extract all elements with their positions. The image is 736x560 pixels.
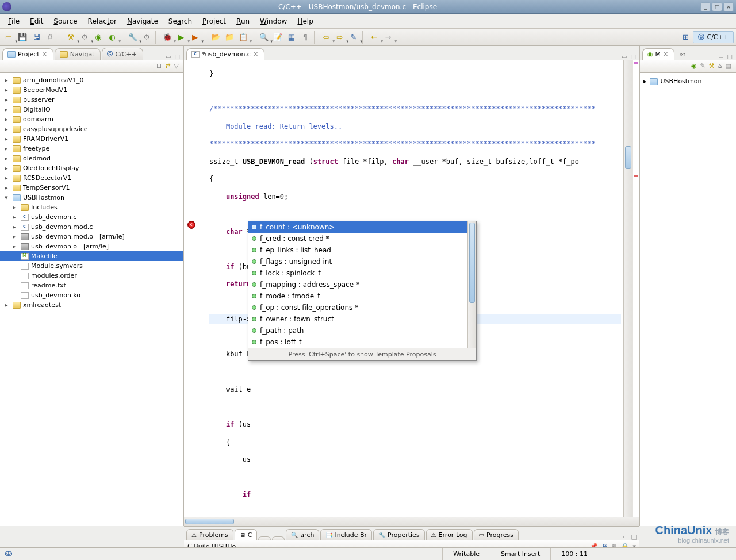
search-button[interactable]: 🔍	[258, 31, 270, 44]
tree-item[interactable]: ▸busserver	[0, 95, 183, 105]
tool-button[interactable]: ⚙	[140, 31, 153, 44]
outline-item[interactable]: ▸ USBHostmon	[643, 76, 733, 86]
forward-button[interactable]: →	[382, 31, 394, 44]
editor-vertical-scrollbar[interactable]	[623, 60, 632, 517]
fold-column[interactable]	[200, 60, 207, 517]
bottom-tab[interactable]: 🔍arch	[286, 529, 319, 540]
maximize-view-icon[interactable]: □	[630, 53, 637, 60]
editor-tab-usb-devmon[interactable]: *usb_devmon.c ✕	[186, 48, 264, 60]
tree-item[interactable]: ▸usb_devmon.mod.c	[0, 222, 183, 232]
tree-item[interactable]: Module.symvers	[0, 261, 183, 271]
menu-search[interactable]: Search	[164, 16, 197, 27]
build-target-icon[interactable]: ⚒	[709, 62, 715, 70]
content-assist-popup[interactable]: f_count : <unknown>f_cred : const cred *…	[248, 221, 477, 361]
edit-target-icon[interactable]: ✎	[700, 62, 706, 70]
bottom-tab[interactable]: ▭Progress	[474, 529, 519, 540]
tree-item[interactable]: ▸DigitalIO	[0, 105, 183, 114]
tree-item[interactable]: ▸usb_devmon.mod.o - [arm/le]	[0, 232, 183, 241]
editor-horizontal-scrollbar[interactable]	[184, 517, 639, 526]
nav-prev-button[interactable]: ⇦	[320, 31, 332, 44]
menu-help[interactable]: Help	[293, 16, 317, 27]
bottom-tab[interactable]	[258, 536, 271, 540]
tree-item[interactable]: ▸xmlreadtest	[0, 300, 183, 310]
bottom-tab[interactable]: 📑Include Br	[320, 529, 372, 540]
tab-c-cpp-projects[interactable]: ⓒ C/C++	[102, 48, 143, 60]
autocomplete-item[interactable]: f_cred : const cred *	[248, 233, 476, 244]
show-whitespace-button[interactable]: ¶	[299, 31, 312, 44]
tree-item-open[interactable]: ▾USBHostmon	[0, 193, 183, 202]
autocomplete-item[interactable]: f_owner : fown_struct	[248, 313, 476, 325]
home-icon[interactable]: ⌂	[718, 62, 722, 70]
minimize-view-icon[interactable]: ▭	[164, 53, 172, 60]
tree-item[interactable]: usb_devmon.ko	[0, 290, 183, 300]
add-target-icon[interactable]: ◉	[691, 62, 697, 70]
bottom-tab[interactable]: 🖥C	[235, 529, 258, 540]
popup-scrollbar[interactable]	[467, 221, 476, 348]
last-edit-button[interactable]: ✎	[347, 31, 360, 44]
save-all-button[interactable]: 🖫	[30, 31, 43, 44]
tree-item[interactable]: Makefile	[0, 251, 183, 261]
hide-empty-icon[interactable]: ▤	[726, 62, 731, 70]
close-icon[interactable]: ✕	[663, 51, 668, 58]
bottom-tab[interactable]: ⚠Problems	[186, 529, 233, 540]
tree-item[interactable]: modules.order	[0, 271, 183, 281]
minimize-view-icon[interactable]: ▭	[620, 53, 628, 60]
autocomplete-item[interactable]: f_ep_links : list_head	[248, 244, 476, 256]
tree-item[interactable]: ▸arm_domoticaV1_0	[0, 75, 183, 85]
tree-item[interactable]: ▸BeeperModV1	[0, 85, 183, 95]
open-perspective-button[interactable]: ⊞	[679, 31, 692, 44]
tree-item[interactable]: ▸oledmod	[0, 154, 183, 163]
tree-item[interactable]: readme.txt	[0, 281, 183, 290]
bottom-tab[interactable]: 🔧Properties	[373, 529, 425, 540]
minimize-view-icon[interactable]: ▭	[623, 533, 628, 540]
extern-run-button[interactable]: ▶	[189, 31, 201, 44]
tab-make[interactable]: ◉ M ✕	[642, 48, 674, 60]
tree-item[interactable]: ▸TempSensorV1	[0, 183, 183, 193]
tab-project-explorer[interactable]: Project ✕	[2, 48, 53, 60]
nav-next-button[interactable]: ⇨	[334, 31, 346, 44]
open-task-button[interactable]: 📋	[237, 31, 250, 44]
menu-window[interactable]: Window	[255, 16, 292, 27]
tree-item[interactable]: ▸OledTouchDisplay	[0, 163, 183, 173]
print-button[interactable]: ⎙	[44, 31, 56, 44]
make-targets-tree[interactable]: ▸ USBHostmon	[640, 73, 736, 90]
window-maximize-button[interactable]: □	[712, 2, 722, 11]
bottom-tab[interactable]	[272, 536, 285, 540]
autocomplete-item[interactable]: f_flags : unsigned int	[248, 256, 476, 267]
overflow-tab[interactable]: »₂	[676, 49, 689, 60]
toggle-block-button[interactable]: ▦	[285, 31, 298, 44]
perspective-c-cpp[interactable]: ⓒ C/C++	[693, 31, 734, 43]
project-tree[interactable]: ▸arm_domoticaV1_0▸BeeperModV1▸busserver▸…	[0, 73, 183, 526]
menu-project[interactable]: Project	[198, 16, 231, 27]
autocomplete-item[interactable]: f_mapping : address_space *	[248, 279, 476, 290]
active-build-button[interactable]: ◐	[106, 31, 118, 44]
target-button[interactable]: ◉	[92, 31, 105, 44]
autocomplete-item[interactable]: f_lock : spinlock_t	[248, 267, 476, 279]
tree-item[interactable]: ▸usb_devmon.c	[0, 212, 183, 222]
maximize-view-icon[interactable]: □	[631, 533, 637, 540]
window-close-button[interactable]: ×	[723, 2, 734, 11]
new-button[interactable]: ▭	[2, 31, 15, 44]
error-marker-icon[interactable]	[187, 221, 195, 229]
save-button[interactable]: 💾	[16, 31, 29, 44]
autocomplete-item[interactable]: f_path : path	[248, 325, 476, 336]
debug-tool-button[interactable]: 🔧	[126, 31, 139, 44]
tree-item[interactable]: ▸FRAMDriverV1	[0, 134, 183, 144]
autocomplete-item[interactable]: f_op : const file_operations *	[248, 302, 476, 313]
build-config-button[interactable]: ⚙	[78, 31, 91, 44]
tree-item[interactable]: ▸domoarm	[0, 114, 183, 124]
back-button[interactable]: ←	[368, 31, 381, 44]
tree-item[interactable]: ▸RC5DetectorV1	[0, 173, 183, 183]
window-minimize-button[interactable]: _	[700, 2, 711, 11]
tree-item[interactable]: ▸freetype	[0, 144, 183, 154]
tree-item[interactable]: ▸Includes	[0, 202, 183, 212]
tab-navigator[interactable]: Navigat	[55, 48, 101, 60]
tree-item[interactable]: ▸usb_devmon.o - [arm/le]	[0, 241, 183, 251]
menu-source[interactable]: Source	[49, 16, 82, 27]
bottom-tab[interactable]: ⚠Error Log	[426, 529, 473, 540]
close-icon[interactable]: ✕	[253, 51, 258, 58]
open-type-button[interactable]: 📂	[209, 31, 222, 44]
build-button[interactable]: ⚒	[64, 31, 77, 44]
autocomplete-item[interactable]: f_pos : loff_t	[248, 336, 476, 348]
menu-edit[interactable]: Edit	[25, 16, 48, 27]
